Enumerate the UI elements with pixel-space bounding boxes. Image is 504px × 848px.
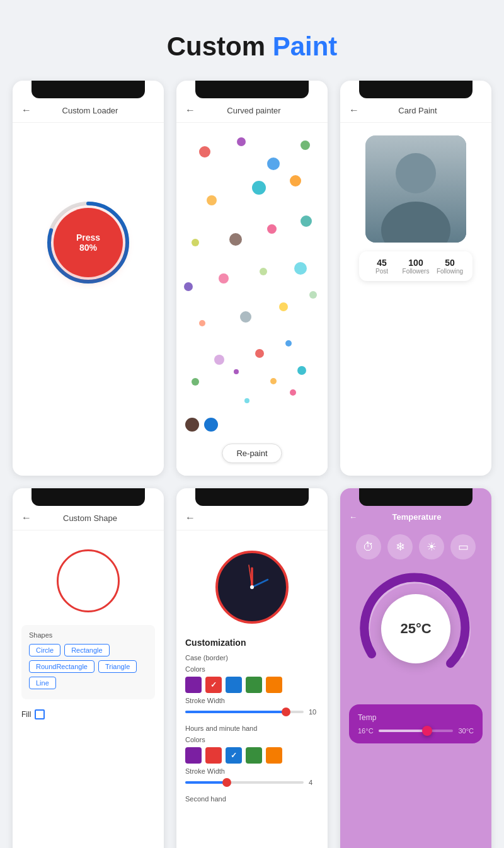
swatch-1-blue[interactable]	[226, 677, 242, 693]
back-arrow-2[interactable]: ←	[185, 105, 195, 116]
circle-shape	[57, 549, 120, 612]
notch-2	[195, 81, 309, 98]
temp-icon-clock[interactable]: ⏱	[356, 534, 381, 559]
shape-btn-circle[interactable]: Circle	[29, 644, 60, 656]
back-arrow-5[interactable]: ←	[185, 512, 195, 524]
shape-btn-line[interactable]: Line	[29, 677, 56, 689]
temp-slider-thumb[interactable]	[422, 726, 432, 736]
notch-1	[32, 81, 145, 98]
cards-grid: ← Custom Loader Press 80% ← Curved paint…	[0, 81, 504, 848]
stat-posts-label: Post	[368, 268, 396, 275]
customization-clock-card: ← Customization	[176, 488, 328, 848]
swatch-2-red[interactable]	[205, 747, 222, 764]
screen-title-2: Curved painter	[202, 106, 306, 115]
clock-body: Customization Case (border) Colors Strok…	[176, 530, 328, 813]
temp-icon-snowflake[interactable]: ❄	[387, 534, 413, 559]
loader-inner-circle[interactable]: Press 80%	[54, 208, 123, 277]
swatches-1	[185, 677, 319, 693]
shapes-label: Shapes	[29, 631, 147, 639]
temperature-card: ← Temperature ⏱ ❄ ☀ ▭ 25°C Temp	[340, 488, 491, 848]
analog-clock	[214, 549, 290, 625]
press-label: Press	[76, 232, 100, 243]
back-arrow-4[interactable]: ←	[21, 512, 32, 524]
shape-btn-rectangle[interactable]: Rectangle	[64, 644, 110, 656]
slider-value-1: 10	[309, 708, 319, 716]
second-hand-label: Second hand	[185, 795, 319, 803]
notch-3	[359, 81, 472, 98]
customization-title: Customization	[185, 638, 319, 648]
screen-title-1: Custom Loader	[38, 106, 142, 115]
header-4: ← Custom Shape	[13, 506, 164, 530]
notch-4	[32, 488, 145, 506]
card-paint-card: ← Card Paint	[340, 81, 491, 476]
clock-svg	[214, 549, 290, 625]
slider-thumb-2[interactable]	[222, 778, 231, 787]
profile-image	[365, 135, 466, 243]
stat-followers-num: 100	[402, 258, 430, 268]
temp-label: Temp	[358, 713, 474, 722]
temp-value: 25°C	[381, 594, 450, 663]
notch-5	[195, 488, 309, 506]
shapes-section: Shapes Circle Rectangle RoundRectangle T…	[21, 625, 155, 699]
back-arrow-3[interactable]: ←	[349, 105, 359, 116]
swatch-1-orange[interactable]	[266, 677, 282, 693]
profile-placeholder	[365, 135, 466, 243]
temp-header: ← Temperature	[340, 506, 491, 528]
swatch-1-red[interactable]	[205, 677, 222, 693]
swatch-2-green[interactable]	[246, 747, 262, 764]
colors-label-1: Colors	[185, 665, 319, 673]
shape-btn-roundrect[interactable]: RoundRectangle	[29, 660, 94, 673]
custom-shape-card: ← Custom Shape Shapes Circle Rectangle R…	[13, 488, 164, 848]
confetti-area	[176, 123, 328, 413]
shape-btn-triangle[interactable]: Triangle	[98, 660, 137, 673]
svg-point-9	[250, 585, 254, 589]
temp-slider-track[interactable]	[379, 730, 454, 732]
fill-checkbox[interactable]	[35, 709, 45, 719]
hand-label: Hours and minute hand	[185, 725, 319, 732]
shape-preview	[21, 537, 155, 625]
slider-thumb-1[interactable]	[282, 708, 290, 716]
palette-dot-2[interactable]	[204, 418, 218, 432]
cardpaint-body: 45 Post 100 Followers 50 Following	[340, 123, 491, 362]
swatch-2-purple[interactable]	[185, 747, 202, 764]
temp-slider-fill	[379, 730, 427, 732]
case-border-section: Case (border) Colors Stroke Width 10	[185, 654, 319, 716]
temp-icons-row: ⏱ ❄ ☀ ▭	[340, 528, 491, 566]
color-palette	[176, 413, 328, 437]
stat-posts-num: 45	[368, 258, 396, 268]
slider-value-2: 4	[309, 779, 319, 786]
title-highlight: Paint	[273, 32, 338, 61]
swatch-2-orange[interactable]	[266, 747, 282, 764]
hand-section: Hours and minute hand Colors Stroke Widt…	[185, 725, 319, 786]
swatch-2-blue[interactable]	[226, 747, 242, 764]
temp-screen-title: Temperature	[364, 512, 470, 522]
curved-painter-card: ← Curved painter Re-paint	[176, 81, 328, 476]
loader-body: Press 80%	[13, 123, 164, 362]
back-arrow-1[interactable]: ←	[21, 105, 32, 116]
screen-title-4: Custom Shape	[38, 513, 142, 523]
stat-following-num: 50	[436, 258, 464, 268]
back-arrow-6[interactable]: ←	[349, 512, 357, 522]
repaint-button[interactable]: Re-paint	[222, 444, 282, 463]
profile-stats: 45 Post 100 Followers 50 Following	[359, 251, 472, 281]
palette-dot-1[interactable]	[185, 418, 199, 432]
slider-row-2: 4	[185, 779, 319, 786]
shape-body: Shapes Circle Rectangle RoundRectangle T…	[13, 530, 164, 730]
fill-label: Fill	[21, 710, 31, 719]
swatch-1-purple[interactable]	[185, 677, 202, 693]
temp-body: ⏱ ❄ ☀ ▭ 25°C Temp 16°C	[340, 528, 491, 743]
temp-icon-monitor[interactable]: ▭	[450, 534, 476, 559]
person-svg	[365, 135, 466, 243]
screen-title-3: Card Paint	[365, 106, 470, 115]
temp-icon-sun[interactable]: ☀	[419, 534, 444, 559]
slider-track-2[interactable]	[185, 781, 304, 784]
temp-bottom: Temp 16°C 30°C	[349, 704, 483, 743]
clock-preview	[185, 537, 319, 638]
stat-followers-label: Followers	[402, 268, 430, 275]
swatch-1-green[interactable]	[246, 677, 262, 693]
stat-following-label: Following	[436, 268, 464, 275]
stat-followers: 100 Followers	[402, 258, 430, 275]
temp-slider-row: 16°C 30°C	[358, 727, 474, 735]
slider-track-1[interactable]	[185, 711, 304, 713]
custom-loader-card: ← Custom Loader Press 80%	[13, 81, 164, 476]
